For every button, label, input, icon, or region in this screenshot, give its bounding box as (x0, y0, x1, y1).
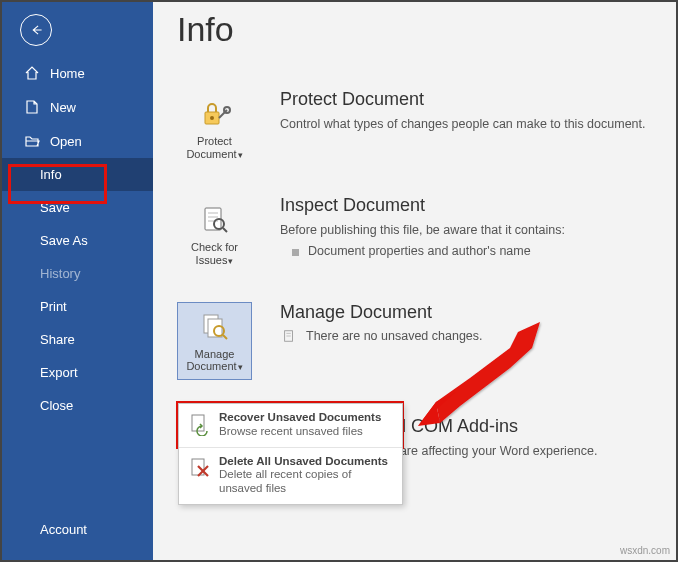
section-desc: Control what types of changes people can… (280, 116, 652, 133)
sidebar-item-home[interactable]: Home (2, 56, 153, 90)
sidebar-item-label: Close (40, 398, 73, 413)
back-button[interactable] (20, 14, 52, 46)
sidebar-item-label: Save (40, 200, 70, 215)
manage-document-dropdown: Recover Unsaved Documents Browse recent … (178, 403, 403, 505)
inspect-bullet: Document properties and author's name (280, 244, 652, 258)
section-title: Manage Document (280, 302, 652, 323)
sidebar-item-save-as[interactable]: Save As (2, 224, 153, 257)
sidebar-item-close[interactable]: Close (2, 389, 153, 422)
watermark: wsxdn.com (620, 545, 670, 556)
sidebar-item-label: Share (40, 332, 75, 347)
sidebar-item-history: History (2, 257, 153, 290)
sidebar-item-new[interactable]: New (2, 90, 153, 124)
chevron-down-icon: ▾ (238, 150, 243, 160)
sidebar-item-account[interactable]: Account (2, 513, 153, 546)
section-title: Protect Document (280, 89, 652, 110)
sidebar-item-label: Home (50, 66, 85, 81)
backstage-sidebar: Home New Open Info Save Save As History … (2, 2, 153, 560)
sidebar-item-label: New (50, 100, 76, 115)
section-manage-document: Manage Document▾ Manage Document There a… (177, 302, 652, 380)
page-title: Info (177, 10, 652, 49)
svg-point-1 (210, 116, 214, 120)
bullet-icon (292, 249, 299, 256)
manage-status-row: There are no unsaved changes. (280, 329, 652, 343)
button-label: Protect Document (186, 135, 236, 160)
new-icon (24, 99, 40, 115)
svg-line-12 (223, 335, 227, 339)
home-icon (24, 65, 40, 81)
sidebar-item-open[interactable]: Open (2, 124, 153, 158)
sidebar-item-share[interactable]: Share (2, 323, 153, 356)
sidebar-item-label: Print (40, 299, 67, 314)
open-icon (24, 133, 40, 149)
chevron-down-icon: ▾ (238, 362, 243, 372)
section-title: Inspect Document (280, 195, 652, 216)
sidebar-item-label: Export (40, 365, 78, 380)
inspect-icon (198, 203, 232, 237)
sidebar-item-label: Account (40, 522, 87, 537)
check-for-issues-button[interactable]: Check for Issues▾ (177, 195, 252, 273)
sidebar-item-export[interactable]: Export (2, 356, 153, 389)
dropdown-item-sub: Browse recent unsaved files (219, 425, 381, 439)
bullet-text: Document properties and author's name (308, 244, 531, 258)
dropdown-item-title: Delete All Unsaved Documents (219, 455, 394, 469)
lock-key-icon (198, 97, 232, 131)
sidebar-item-label: History (40, 266, 80, 281)
section-protect-document: Protect Document▾ Protect Document Contr… (177, 89, 652, 167)
back-arrow-icon (29, 23, 43, 37)
sidebar-item-info[interactable]: Info (2, 158, 153, 191)
sidebar-item-label: Open (50, 134, 82, 149)
chevron-down-icon: ▾ (228, 256, 233, 266)
recover-unsaved-documents-item[interactable]: Recover Unsaved Documents Browse recent … (179, 404, 402, 447)
sidebar-item-print[interactable]: Print (2, 290, 153, 323)
manage-document-icon (198, 310, 232, 344)
sidebar-item-label: Info (40, 167, 62, 182)
sidebar-item-save[interactable]: Save (2, 191, 153, 224)
dropdown-item-title: Recover Unsaved Documents (219, 411, 381, 425)
sidebar-item-label: Save As (40, 233, 88, 248)
protect-document-button[interactable]: Protect Document▾ (177, 89, 252, 167)
status-text: There are no unsaved changes. (306, 329, 483, 343)
document-icon (282, 329, 296, 343)
svg-line-8 (223, 228, 227, 232)
manage-document-button[interactable]: Manage Document▾ (177, 302, 252, 380)
dropdown-item-sub: Delete all recent copies of unsaved file… (219, 468, 394, 496)
section-desc: Before publishing this file, be aware th… (280, 222, 652, 239)
delete-icon (187, 455, 213, 481)
button-label: Manage Document (186, 348, 236, 373)
recover-icon (187, 411, 213, 437)
delete-all-unsaved-documents-item[interactable]: Delete All Unsaved Documents Delete all … (179, 447, 402, 504)
section-inspect-document: Check for Issues▾ Inspect Document Befor… (177, 195, 652, 273)
